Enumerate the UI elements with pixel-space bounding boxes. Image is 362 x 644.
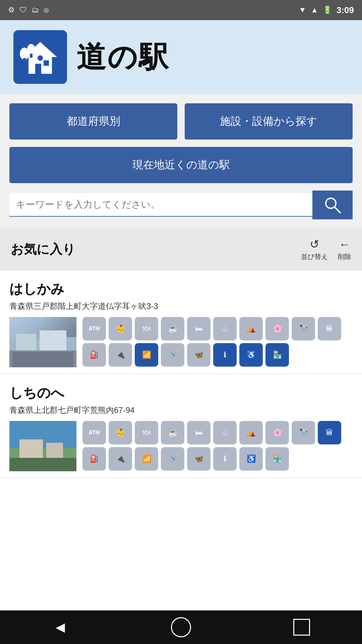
icon-flower-2: 🌸 <box>265 421 289 444</box>
icon-coffee-1: ☕ <box>161 317 184 340</box>
station-icons-2: ATM 👶 🍽 ☕ 🛏 ♨ ⛺ 🌸 🔭 🏛 ⛽ 🔌 📶 🚿 🦋 <box>82 421 353 471</box>
station-icons-row2-1: ⛽ 🔌 📶 🚿 🦋 ℹ ♿ 🏪 <box>82 343 353 367</box>
svg-rect-5 <box>23 58 26 62</box>
delete-icon: ← <box>339 238 350 251</box>
favorites-actions: ↺ 並び替え ← 削除 <box>301 237 351 261</box>
shield-icon: 🛡 <box>19 6 27 14</box>
station-item-shichinohei[interactable]: しちのへ 青森県上北郡七戸町字荒熊内67-94 ATM 👶 <box>0 374 362 478</box>
icon-museum-1: 🏛 <box>318 317 341 340</box>
recent-button[interactable] <box>288 614 315 641</box>
search-input-wrapper <box>9 193 312 217</box>
icon-shop-1: 🏪 <box>265 343 289 367</box>
station-icons-row1-2: ATM 👶 🍽 ☕ 🛏 ♨ ⛺ 🌸 🔭 🏛 <box>82 421 353 444</box>
svg-rect-2 <box>35 64 41 74</box>
icon-museum-2: 🏛 <box>318 421 341 444</box>
status-bar-right: ▼ ▲ 🔋 3:09 <box>299 5 354 15</box>
search-section <box>0 191 362 229</box>
favorites-title: お気に入り <box>11 241 75 258</box>
sort-icon: ↺ <box>310 237 319 251</box>
search-icon <box>323 196 342 214</box>
icon-flower-1: 🌸 <box>265 317 289 340</box>
bottom-nav: ◀ <box>0 610 362 644</box>
settings-icon: ⚙ <box>8 6 15 14</box>
button-row-1: 都道府県別 施設・設備から探す <box>9 103 353 140</box>
icon-atm-1: ATM <box>82 317 106 340</box>
station-content-1: ATM 👶 🍽 ☕ 🛏 ♨ ⛺ 🌸 🔭 🏛 ⛽ 🔌 📶 🚿 🦋 <box>9 317 353 367</box>
cellular-icon: ▲ <box>311 6 318 14</box>
button-section: 都道府県別 施設・設備から探す 現在地近くの道の駅 <box>0 94 362 191</box>
icon-camping-2: ⛺ <box>239 421 263 444</box>
icon-bed-2: 🛏 <box>187 421 210 444</box>
svg-rect-15 <box>13 352 73 367</box>
icon-wifi-1: 📶 <box>135 343 158 367</box>
search-button[interactable] <box>312 191 353 219</box>
station-image-1 <box>9 317 76 367</box>
icon-hotspring-2: ♨ <box>213 421 237 444</box>
icon-telescope-2: 🔭 <box>292 421 315 444</box>
app-title: 道の駅 <box>76 37 170 77</box>
icon-atm-2: ATM <box>82 421 106 444</box>
sort-button[interactable]: ↺ 並び替え <box>301 237 328 261</box>
favorites-header: お気に入り ↺ 並び替え ← 削除 <box>0 229 362 270</box>
icon-baby-1: 👶 <box>109 317 132 340</box>
wifi-icon: ▼ <box>299 6 306 14</box>
prefecture-button[interactable]: 都道府県別 <box>9 103 177 140</box>
icon-shop-2: 🏪 <box>265 447 289 471</box>
svg-point-8 <box>38 55 43 61</box>
sim-icon: 🗂 <box>32 6 39 14</box>
station-icons-row2-2: ⛽ 🔌 📶 🚿 🦋 ℹ ♿ 🏪 <box>82 447 353 471</box>
facility-button[interactable]: 施設・設備から探す <box>185 103 353 140</box>
icon-camping-1: ⛺ <box>239 317 263 340</box>
station-name-1: はしかみ <box>9 280 353 298</box>
station-item-hashikami[interactable]: はしかみ 青森県三戸郡階上町大字道仏字耳ヶ吠3-3 ATM <box>0 270 362 374</box>
icon-info-1: ℹ <box>213 343 237 367</box>
nearby-button[interactable]: 現在地近くの道の駅 <box>9 147 353 183</box>
station-icons-row1-1: ATM 👶 🍽 ☕ 🛏 ♨ ⛺ 🌸 🔭 🏛 <box>82 317 353 340</box>
icon-food-1: 🍽 <box>135 317 158 340</box>
station-image-placeholder-2 <box>9 421 76 471</box>
icon-ev-2: 🔌 <box>109 447 132 471</box>
header: 道の駅 <box>0 20 362 94</box>
sort-label: 並び替え <box>301 252 328 261</box>
icon-wifi-2: 📶 <box>135 447 158 471</box>
icon-shower-1: 🚿 <box>161 343 184 367</box>
svg-rect-7 <box>30 54 33 58</box>
icon-gas-1: ⛽ <box>82 343 106 367</box>
icon-event-1: 🦋 <box>187 343 210 367</box>
station-address-1: 青森県三戸郡階上町大字道仏字耳ヶ吠3-3 <box>9 301 353 312</box>
svg-line-10 <box>335 207 340 213</box>
home-circle <box>171 617 191 637</box>
icon-bed-1: 🛏 <box>187 317 210 340</box>
icon-hotspring-1: ♨ <box>213 317 237 340</box>
icon-accessible-1: ♿ <box>239 343 263 367</box>
svg-rect-3 <box>44 60 49 66</box>
delete-label: 削除 <box>338 252 351 261</box>
app-logo <box>13 30 67 84</box>
station-content-2: ATM 👶 🍽 ☕ 🛏 ♨ ⛺ 🌸 🔭 🏛 ⛽ 🔌 📶 🚿 🦋 <box>9 421 353 471</box>
station-image-placeholder-1 <box>9 317 76 367</box>
station-list: はしかみ 青森県三戸郡階上町大字道仏字耳ヶ吠3-3 ATM <box>0 270 362 610</box>
icon-event-2: 🦋 <box>187 447 210 471</box>
station-address-2: 青森県上北郡七戸町字荒熊内67-94 <box>9 405 353 416</box>
search-input[interactable] <box>16 199 306 210</box>
icon-ev-1: 🔌 <box>109 343 132 367</box>
back-button[interactable]: ◀ <box>47 614 74 641</box>
status-bar: ⚙ 🛡 🗂 ◎ ▼ ▲ 🔋 3:09 <box>0 0 362 20</box>
svg-point-6 <box>27 44 35 55</box>
logo-svg <box>18 35 62 79</box>
icon-gas-2: ⛽ <box>82 447 106 471</box>
icon-food-2: 🍽 <box>135 421 158 444</box>
home-button[interactable] <box>168 614 194 641</box>
signal-icon: ◎ <box>44 6 49 14</box>
icon-coffee-2: ☕ <box>161 421 184 444</box>
station-icons-1: ATM 👶 🍽 ☕ 🛏 ♨ ⛺ 🌸 🔭 🏛 ⛽ 🔌 📶 🚿 🦋 <box>82 317 353 367</box>
svg-rect-20 <box>9 458 76 471</box>
station-image-2 <box>9 421 76 471</box>
status-bar-left: ⚙ 🛡 🗂 ◎ <box>8 6 49 14</box>
icon-accessible-2: ♿ <box>239 447 263 471</box>
icon-shower-2: 🚿 <box>161 447 184 471</box>
station-name-2: しちのへ <box>9 384 353 402</box>
clock: 3:09 <box>337 5 354 15</box>
delete-button[interactable]: ← 削除 <box>338 238 351 261</box>
icon-telescope-1: 🔭 <box>292 317 315 340</box>
